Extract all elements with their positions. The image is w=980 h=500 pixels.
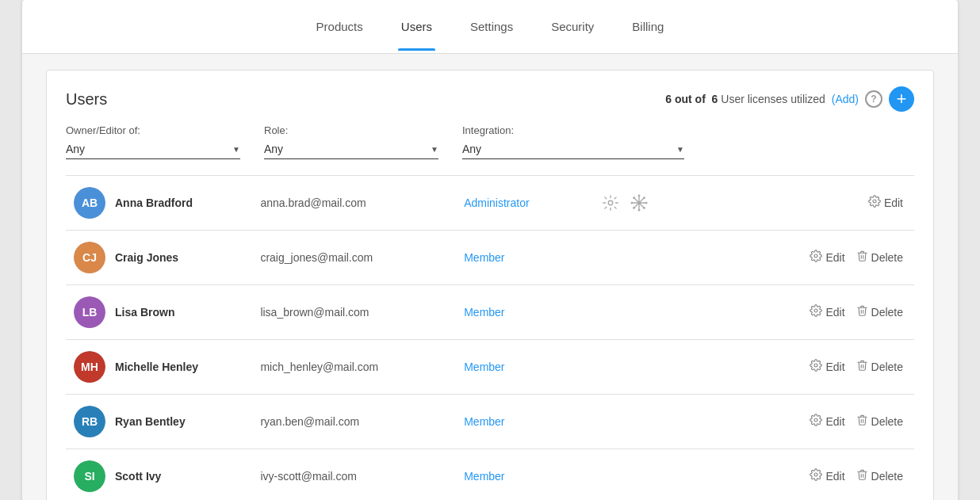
user-cell: LB Lisa Brown	[74, 296, 244, 328]
user-cell: SI Scott Ivy	[74, 460, 244, 492]
delete-button[interactable]: Delete	[853, 357, 906, 376]
integration-filter-arrow: ▼	[676, 145, 684, 154]
delete-label: Delete	[871, 306, 903, 319]
integration-filter-value: Any	[462, 143, 481, 155]
help-icon[interactable]: ?	[865, 90, 882, 108]
main-container: Products Users Settings Security Billing…	[22, 0, 958, 500]
edit-button[interactable]: Edit	[806, 248, 848, 267]
edit-label: Edit	[825, 251, 844, 264]
user-role: Administrator	[464, 197, 529, 209]
row-actions: Edit	[718, 193, 906, 212]
add-license-link[interactable]: (Add)	[832, 93, 859, 105]
delete-label: Delete	[871, 415, 903, 428]
svg-point-31	[814, 473, 817, 476]
svg-point-2	[609, 200, 614, 205]
tab-settings[interactable]: Settings	[467, 2, 516, 51]
svg-point-15	[637, 201, 641, 205]
tab-products[interactable]: Products	[313, 2, 366, 51]
delete-button[interactable]: Delete	[853, 248, 906, 267]
edit-button[interactable]: Edit	[806, 412, 848, 431]
svg-point-11	[634, 197, 636, 199]
card-header: Users 6 out of 6 User licenses utilized …	[66, 86, 914, 112]
tab-users[interactable]: Users	[398, 2, 435, 51]
delete-button[interactable]: Delete	[853, 412, 906, 431]
owner-filter-label: Owner/Editor of:	[66, 124, 240, 136]
table-row: AB Anna Bradford anna.brad@mail.com Admi…	[66, 176, 914, 231]
integration-filter-label: Integration:	[462, 124, 684, 136]
delete-label: Delete	[871, 470, 903, 483]
svg-point-28	[814, 418, 817, 422]
filters-row: Owner/Editor of: Any ▼ Role: Any ▼ Integ…	[66, 124, 914, 159]
owner-filter-select[interactable]: Any ▼	[66, 139, 240, 159]
role-filter-arrow: ▼	[431, 145, 438, 154]
role-filter-label: Role:	[264, 124, 438, 136]
tab-security[interactable]: Security	[548, 2, 597, 51]
user-name: Craig Jones	[115, 251, 178, 264]
row-actions: Edit Delete	[718, 412, 906, 431]
user-cell: MH Michelle Henley	[74, 351, 244, 383]
user-role: Member	[464, 470, 504, 483]
delete-button[interactable]: Delete	[853, 467, 906, 486]
trash-icon	[856, 304, 868, 320]
edit-label: Edit	[884, 197, 903, 209]
users-table: AB Anna Bradford anna.brad@mail.com Admi…	[66, 175, 914, 500]
user-name: Anna Bradford	[115, 197, 193, 209]
top-nav: Products Users Settings Security Billing	[22, 0, 958, 54]
avatar: SI	[74, 460, 105, 492]
svg-text:SI: SI	[84, 470, 94, 483]
add-user-button[interactable]: +	[889, 86, 914, 112]
integration-filter-select[interactable]: Any ▼	[462, 139, 684, 159]
edit-button[interactable]: Edit	[806, 467, 848, 486]
role-filter-select[interactable]: Any ▼	[264, 139, 438, 159]
gear-icon	[868, 195, 881, 211]
svg-point-8	[638, 209, 641, 212]
role-filter-group: Role: Any ▼	[264, 124, 438, 159]
row-actions: Edit Delete	[718, 248, 906, 267]
svg-text:CJ: CJ	[82, 251, 97, 264]
avatar: CJ	[74, 242, 105, 273]
svg-point-12	[643, 207, 645, 209]
svg-point-9	[631, 202, 634, 204]
trash-icon	[856, 250, 868, 265]
svg-point-13	[643, 197, 645, 199]
user-cell: RB Ryan Bentley	[74, 406, 244, 437]
row-actions: Edit Delete	[718, 303, 906, 322]
edit-label: Edit	[825, 306, 844, 319]
gear-icon	[810, 359, 822, 375]
owner-filter-group: Owner/Editor of: Any ▼	[66, 124, 240, 159]
svg-point-22	[814, 309, 817, 312]
user-email: anna.brad@mail.com	[260, 197, 366, 209]
user-email: mich_henley@mail.com	[260, 361, 378, 373]
edit-label: Edit	[825, 415, 844, 428]
edit-label: Edit	[825, 470, 844, 483]
avatar: LB	[74, 296, 105, 328]
edit-button[interactable]: Edit	[865, 193, 906, 212]
trash-icon	[856, 359, 868, 375]
user-name: Scott Ivy	[115, 470, 161, 483]
edit-button[interactable]: Edit	[806, 357, 848, 376]
role-filter-value: Any	[264, 143, 283, 155]
svg-point-16	[873, 200, 876, 203]
gear-icon	[810, 304, 822, 320]
gear-icon	[810, 414, 822, 429]
user-email: ivy-scott@mail.com	[260, 470, 357, 483]
gear-icon	[810, 250, 822, 265]
user-name: Michelle Henley	[115, 361, 198, 373]
user-role: Member	[464, 306, 504, 319]
gear-icon	[810, 468, 822, 484]
table-row: RB Ryan Bentley ryan.ben@mail.com Member…	[66, 395, 914, 449]
owner-filter-value: Any	[66, 143, 85, 155]
svg-text:RB: RB	[82, 415, 98, 428]
svg-point-19	[814, 254, 817, 258]
svg-point-10	[645, 202, 648, 204]
tab-billing[interactable]: Billing	[629, 2, 667, 51]
edit-button[interactable]: Edit	[806, 303, 848, 322]
user-cell: AB Anna Bradford	[74, 187, 244, 219]
user-name: Lisa Brown	[115, 306, 174, 319]
trash-icon	[856, 414, 868, 429]
delete-label: Delete	[871, 251, 903, 264]
user-role: Member	[464, 361, 504, 373]
integration-icon-1	[599, 192, 622, 214]
delete-button[interactable]: Delete	[853, 303, 906, 322]
main-content: Users 6 out of 6 User licenses utilized …	[22, 54, 958, 500]
